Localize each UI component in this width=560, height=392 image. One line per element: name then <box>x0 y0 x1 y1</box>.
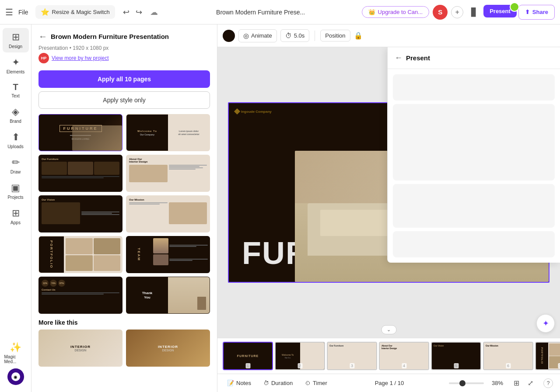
zoom-value: 38% <box>487 380 503 386</box>
filmstrip-thumb-3[interactable]: Our Furniture 3 <box>327 342 377 370</box>
more-thumb-1[interactable]: INTERIOR DESIGN <box>38 330 122 367</box>
duration-label: Duration <box>271 380 293 386</box>
position-button[interactable]: Position <box>320 30 350 42</box>
magic-switch-button[interactable]: ⭐ Resize & Magic Switch <box>35 5 115 19</box>
filmstrip-thumb-5[interactable]: Our Vision 5 <box>431 342 481 370</box>
page-num-5: 5 <box>454 363 458 368</box>
present-option-2[interactable] <box>393 104 555 180</box>
filmstrip-thumb-2[interactable]: Welcome To Our Co. 2 <box>275 342 325 370</box>
sidebar-item-brand[interactable]: ◈ Brand <box>3 103 29 127</box>
filmstrip-thumb-4[interactable]: About OurInterior Design 4 <box>379 342 429 370</box>
lock-icon[interactable]: 🔒 <box>354 31 363 40</box>
sidebar-item-design[interactable]: ⊞ Design <box>3 28 29 52</box>
magic-assist-button[interactable]: ✦ <box>536 314 555 333</box>
present-option-1[interactable] <box>393 74 555 101</box>
template-thumb-7[interactable]: PORTFOLIO <box>38 236 122 273</box>
template-thumb-8[interactable]: TEAM <box>126 236 210 273</box>
panel-action-buttons: Apply all 10 pages Apply style only <box>32 70 217 114</box>
filmstrip-thumb-7[interactable]: PORTFOLIO 7 <box>535 342 560 370</box>
apply-style-button[interactable]: Apply style only <box>38 91 210 109</box>
template-thumb-5-inner: Our Vision <box>39 196 122 232</box>
redo-button[interactable]: ↪ <box>133 6 145 19</box>
elements-icon: ✦ <box>12 57 20 68</box>
text-label: Text <box>11 94 19 98</box>
page-num-1: 1 <box>245 363 250 368</box>
share-button[interactable]: ⬆ Share <box>518 5 555 20</box>
fullscreen-button[interactable]: ⤢ <box>524 377 536 389</box>
template-thumb-6[interactable]: Our Mission <box>126 195 210 232</box>
file-menu[interactable]: File <box>18 9 28 16</box>
template-thumb-3[interactable]: Our Furniture <box>38 155 122 192</box>
sidebar-item-apps[interactable]: ⊞ Apps <box>3 204 29 229</box>
present-option-4[interactable] <box>393 231 555 257</box>
help-button[interactable]: ? <box>543 378 553 388</box>
user-profile-button[interactable]: ◉ <box>7 368 24 385</box>
user-avatar[interactable]: S <box>433 5 448 20</box>
document-title[interactable]: Brown Modern Furniture Prese... <box>163 9 358 16</box>
duration-button[interactable]: ⏱ 5.0s <box>280 29 310 42</box>
sidebar-item-magic-media[interactable]: ✨ Magic Med... <box>3 338 29 368</box>
menu-icon[interactable]: ☰ <box>5 7 13 17</box>
template-thumb-2-inner: Welcome To Our Company Lorem ipsum dolor… <box>126 114 210 151</box>
apply-all-button[interactable]: Apply all 10 pages <box>38 70 210 88</box>
share-icon: ⬆ <box>525 9 530 15</box>
template-thumb-10-inner: ThankYou <box>126 277 210 313</box>
page-num-2: 2 <box>298 363 302 368</box>
template-thumb-10[interactable]: ThankYou <box>126 277 210 314</box>
elements-label: Elements <box>7 69 25 74</box>
animate-button[interactable]: ◎ Animate <box>238 29 277 42</box>
template-thumb-5[interactable]: Our Vision <box>38 195 122 232</box>
sidebar-item-elements[interactable]: ✦ Elements <box>3 53 29 78</box>
present-panel-title: Present <box>406 54 430 62</box>
online-indicator <box>510 2 519 12</box>
hide-panel-button[interactable]: ⌄ <box>381 325 396 334</box>
apps-icon: ⊞ <box>12 208 20 219</box>
add-account-button[interactable]: + <box>451 6 463 18</box>
color-picker[interactable] <box>223 30 235 42</box>
crown-icon: 👑 <box>368 9 375 15</box>
notes-icon: 📝 <box>227 380 234 386</box>
template-thumb-2[interactable]: Welcome To Our Company Lorem ipsum dolor… <box>126 114 210 151</box>
present-button[interactable]: Present <box>483 5 517 17</box>
template-thumb-1[interactable]: FURNITURE ━━━━━━━━━━━━ MODERN LIVING <box>38 114 122 151</box>
panel-author: HP View more by hw project <box>32 53 217 70</box>
template-thumb-4[interactable]: About OurInterior Design <box>126 155 210 192</box>
uploads-label: Uploads <box>7 144 24 149</box>
panel-title: Brown Modern Furniture Presentation <box>51 33 169 40</box>
panel-header: ← Brown Modern Furniture Presentation <box>32 24 217 45</box>
grid-view-button[interactable]: ⊞ <box>510 377 522 389</box>
present-option-3[interactable] <box>393 184 555 228</box>
zoom-control: 38% <box>449 380 503 386</box>
zoom-thumb[interactable] <box>459 380 466 386</box>
sidebar-item-uploads[interactable]: ⬆ Uploads <box>3 128 29 153</box>
status-bar: 📝 Notes ⏱ Duration ⏲ Timer Page 1 / 10 3… <box>217 374 560 392</box>
notes-button[interactable]: 📝 Notes <box>224 378 254 388</box>
zoom-slider[interactable] <box>449 382 484 384</box>
timer-label: Timer <box>313 380 327 386</box>
upgrade-button[interactable]: 👑 Upgrade to Can... <box>362 6 430 18</box>
analytics-icon[interactable]: ▊ <box>467 5 482 20</box>
cloud-icon[interactable]: ☁ <box>150 7 158 17</box>
draw-label: Draw <box>10 170 21 174</box>
toolbar-separator <box>315 31 315 41</box>
sidebar-item-text[interactable]: T Text <box>3 79 29 102</box>
sidebar-item-projects[interactable]: ▣ Projects <box>3 179 29 203</box>
more-thumb-2[interactable]: INTERIOR DESIGN <box>126 330 210 367</box>
sidebar-item-draw[interactable]: ✏ Draw <box>3 153 29 178</box>
undo-button[interactable]: ↩ <box>120 6 132 19</box>
magic-media-label: Magic Med... <box>4 354 27 364</box>
author-link[interactable]: View more by hw project <box>52 55 109 61</box>
duration-button[interactable]: ⏱ Duration <box>261 378 295 388</box>
view-mode-icons: ⊞ ⤢ <box>510 377 536 389</box>
filmstrip-thumb-6[interactable]: Our Mission 6 <box>483 342 533 370</box>
magic-media-icon: ✨ <box>10 342 21 353</box>
panel-back-button[interactable]: ← <box>38 31 47 42</box>
template-scroll-area[interactable]: FURNITURE ━━━━━━━━━━━━ MODERN LIVING Wel… <box>32 114 217 392</box>
magic-assist-icon: ✦ <box>542 319 549 328</box>
timer-button[interactable]: ⏲ Timer <box>302 378 330 388</box>
filmstrip-thumb-1[interactable]: FURNITURE 1 <box>223 342 273 370</box>
template-thumb-6-inner: Our Mission <box>126 196 210 232</box>
present-back-button[interactable]: ← <box>395 53 402 62</box>
page-num-4: 4 <box>402 363 406 368</box>
template-thumb-9[interactable]: 12% 74% 87% Contact Us <box>38 277 122 314</box>
